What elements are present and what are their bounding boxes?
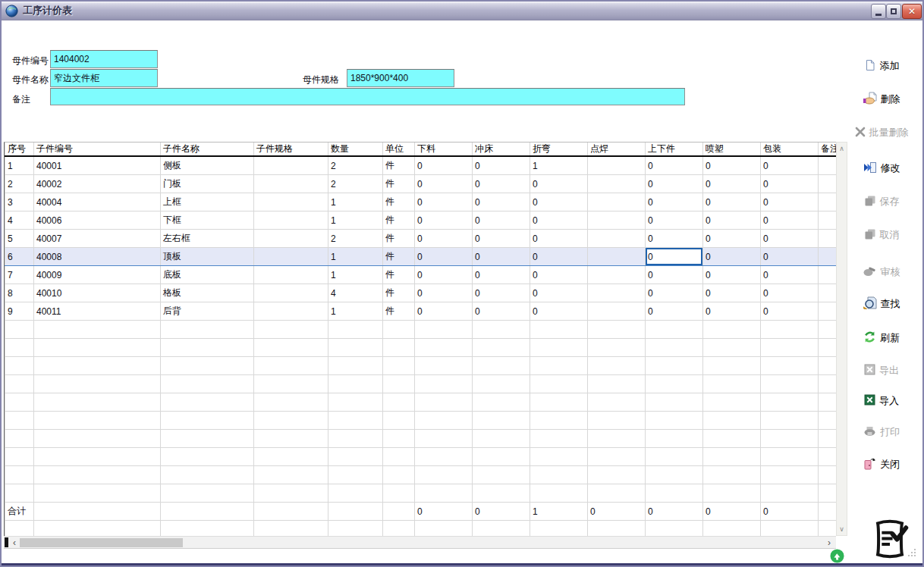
cell[interactable] xyxy=(161,321,254,339)
cell[interactable]: 0 xyxy=(415,211,473,230)
cell[interactable] xyxy=(34,503,161,521)
cell[interactable] xyxy=(819,339,837,357)
cell[interactable] xyxy=(383,393,415,412)
cell[interactable] xyxy=(646,412,703,430)
cell[interactable]: 0 xyxy=(761,156,819,175)
cell[interactable] xyxy=(819,156,837,175)
cell[interactable] xyxy=(819,393,837,412)
cell[interactable]: 顶板 xyxy=(161,248,254,266)
cell[interactable] xyxy=(703,466,761,484)
cell[interactable] xyxy=(5,430,34,448)
parent-code-input[interactable] xyxy=(50,50,158,68)
cell[interactable] xyxy=(473,339,530,357)
cell[interactable] xyxy=(328,412,383,430)
cell[interactable] xyxy=(5,339,34,357)
cell[interactable] xyxy=(588,375,646,393)
cell[interactable]: 0 xyxy=(703,156,761,175)
cell[interactable]: 2 xyxy=(328,175,383,193)
cell[interactable] xyxy=(415,339,473,357)
cell[interactable]: 件 xyxy=(383,230,415,248)
cell[interactable] xyxy=(34,321,161,339)
cell[interactable]: 1 xyxy=(328,302,383,321)
cell[interactable]: 0 xyxy=(588,503,646,521)
cell[interactable] xyxy=(588,175,646,193)
cell[interactable] xyxy=(254,339,328,357)
cell[interactable] xyxy=(588,357,646,375)
cell[interactable] xyxy=(5,393,34,412)
cell[interactable] xyxy=(328,503,383,521)
cell[interactable] xyxy=(415,357,473,375)
cell[interactable]: 0 xyxy=(761,248,819,266)
cell[interactable] xyxy=(161,503,254,521)
cell[interactable]: 2 xyxy=(328,156,383,175)
cell[interactable] xyxy=(646,393,703,412)
column-header[interactable]: 上下件 xyxy=(646,143,703,156)
cell[interactable] xyxy=(328,375,383,393)
cell[interactable] xyxy=(761,321,819,339)
parent-spec-input[interactable] xyxy=(347,69,454,87)
cell[interactable]: 件 xyxy=(383,284,415,302)
cell[interactable] xyxy=(819,521,837,537)
cell[interactable] xyxy=(588,156,646,175)
cell[interactable] xyxy=(473,430,530,448)
cell[interactable] xyxy=(254,503,328,521)
cell[interactable] xyxy=(5,466,34,484)
cell[interactable] xyxy=(254,448,328,466)
cell[interactable] xyxy=(646,466,703,484)
cell[interactable] xyxy=(646,448,703,466)
cell[interactable] xyxy=(34,484,161,503)
cell[interactable]: 0 xyxy=(761,266,819,284)
cell[interactable] xyxy=(383,521,415,537)
close-button[interactable]: ✕ xyxy=(902,4,922,19)
cell[interactable] xyxy=(588,211,646,230)
cell[interactable]: 0 xyxy=(703,193,761,211)
cell[interactable] xyxy=(588,339,646,357)
cell[interactable]: 6 xyxy=(5,248,34,266)
cell[interactable] xyxy=(530,412,588,430)
column-header[interactable]: 包装 xyxy=(761,143,819,156)
cell[interactable]: 件 xyxy=(383,211,415,230)
cell[interactable]: 0 xyxy=(473,284,530,302)
cell[interactable]: 0 xyxy=(530,284,588,302)
cell[interactable]: 0 xyxy=(703,248,761,266)
cell[interactable]: 件 xyxy=(383,302,415,321)
cell[interactable] xyxy=(161,339,254,357)
cell[interactable] xyxy=(254,266,328,284)
cell[interactable]: 1 xyxy=(5,156,34,175)
cell[interactable] xyxy=(530,375,588,393)
cell[interactable] xyxy=(34,339,161,357)
cell[interactable]: 40007 xyxy=(34,230,161,248)
scroll-down-icon[interactable]: ∨ xyxy=(837,523,847,535)
cell[interactable] xyxy=(646,484,703,503)
cell[interactable] xyxy=(530,339,588,357)
cell[interactable] xyxy=(34,393,161,412)
cell[interactable]: 9 xyxy=(5,302,34,321)
cell[interactable] xyxy=(34,357,161,375)
cell[interactable] xyxy=(703,484,761,503)
cell[interactable]: 件 xyxy=(383,266,415,284)
cell[interactable] xyxy=(761,484,819,503)
cell[interactable]: 1 xyxy=(328,248,383,266)
cell[interactable] xyxy=(703,393,761,412)
cell[interactable]: 0 xyxy=(530,211,588,230)
cell[interactable] xyxy=(703,412,761,430)
cell[interactable] xyxy=(473,466,530,484)
cell[interactable] xyxy=(254,248,328,266)
cell[interactable] xyxy=(646,430,703,448)
cell[interactable]: 0 xyxy=(473,230,530,248)
cell[interactable]: 40006 xyxy=(34,211,161,230)
cell[interactable]: 0 xyxy=(473,175,530,193)
cell[interactable]: 0 xyxy=(530,266,588,284)
cell[interactable] xyxy=(588,266,646,284)
cell[interactable] xyxy=(328,430,383,448)
cell[interactable] xyxy=(819,466,837,484)
cell[interactable] xyxy=(5,412,34,430)
cell[interactable]: 0 xyxy=(703,503,761,521)
cell[interactable] xyxy=(703,430,761,448)
cell[interactable] xyxy=(254,230,328,248)
cell[interactable] xyxy=(819,230,837,248)
horizontal-scroll-thumb[interactable] xyxy=(20,538,183,547)
cell[interactable] xyxy=(161,430,254,448)
cell[interactable]: 1 xyxy=(328,193,383,211)
horizontal-scrollbar[interactable]: ‹ › xyxy=(4,536,836,549)
